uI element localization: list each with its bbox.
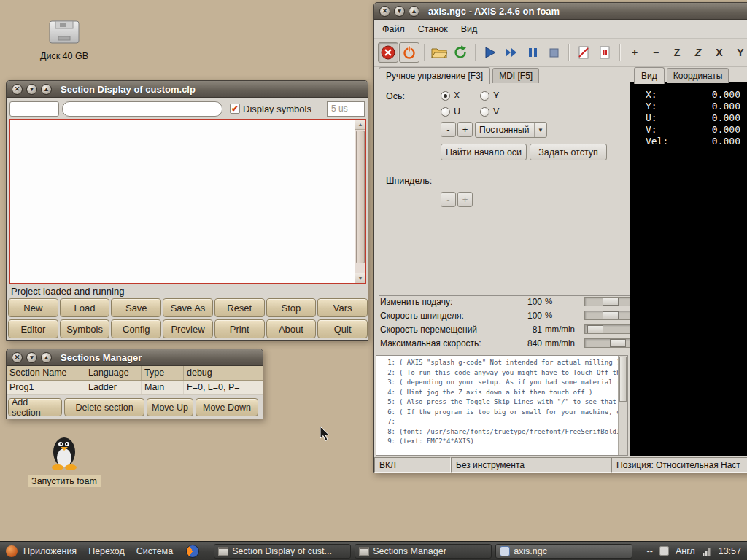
vars-button[interactable]: Vars [317, 298, 368, 317]
about-button[interactable]: About [266, 319, 317, 338]
gcode-line[interactable]: 8:(font: /usr/share/fonts/truetype/freef… [378, 427, 627, 438]
zoom-in-button[interactable]: + [624, 42, 645, 63]
network-icon[interactable] [702, 546, 712, 556]
stop-button[interactable]: Stop [266, 298, 317, 317]
feed-override-slider[interactable] [584, 297, 630, 306]
gcode-line[interactable]: 5:( Also press the Toggle Skip Lines wit… [378, 397, 627, 408]
save-as-button[interactable]: Save As [163, 298, 213, 317]
maximize-icon[interactable]: ▴ [409, 6, 419, 17]
watch-input[interactable] [9, 101, 59, 117]
move-up-button[interactable]: Move Up [147, 398, 193, 416]
gcode-listing[interactable]: 1:( AXIS "splash g-code" Not intended fo… [376, 355, 628, 456]
gcode-line[interactable]: 4:( Hint jog the Z axis down a bit then … [378, 388, 627, 398]
scroll-up-icon[interactable]: ▲ [355, 120, 365, 130]
column-header[interactable]: Type [142, 366, 184, 380]
system-menu[interactable]: Система [131, 546, 179, 556]
taskbar-item-section-display[interactable]: Section Display of cust... [214, 544, 351, 559]
clock[interactable]: 13:57 [719, 546, 741, 556]
axis-u-radio[interactable] [441, 107, 450, 117]
max-velocity-slider[interactable] [584, 338, 630, 348]
gcode-line[interactable]: 7: [378, 417, 627, 427]
move-down-button[interactable]: Move Down [196, 398, 258, 416]
home-axis-button[interactable]: Найти начало оси [441, 144, 527, 160]
maximize-icon[interactable]: ▴ [41, 84, 52, 95]
spindle-minus-button[interactable]: - [441, 192, 456, 207]
preview-canvas[interactable]: X:0.000 Y:0.000 U:0.000 V:0.000 Vel:0.00… [630, 82, 747, 456]
tray-icon[interactable] [659, 546, 669, 556]
slider-thumb[interactable] [610, 339, 626, 347]
slider-thumb[interactable] [603, 311, 619, 319]
view-x-button[interactable]: X [709, 42, 729, 63]
touch-off-button[interactable]: Задать отступ [530, 144, 607, 160]
firefox-icon[interactable] [186, 545, 199, 558]
tab-preview[interactable]: Вид [634, 67, 665, 84]
column-header[interactable]: Language [85, 366, 142, 380]
zoom-out-button[interactable]: − [646, 42, 666, 63]
close-icon[interactable]: ✕ [379, 6, 390, 17]
gcode-line[interactable]: 1:( AXIS "splash g-code" Not intended fo… [378, 358, 627, 368]
jog-plus-button[interactable]: + [457, 122, 473, 137]
desktop-icon-launcher[interactable]: Запустить foam [23, 433, 105, 487]
machine-power-button[interactable] [399, 42, 419, 63]
section-display-titlebar[interactable]: ✕ ▾ ▴ Section Display of custom.clp [7, 81, 368, 98]
optional-stop-button[interactable] [595, 42, 615, 63]
open-file-button[interactable] [429, 42, 449, 63]
reset-button[interactable]: Reset [214, 298, 265, 317]
axis-titlebar[interactable]: ✕ ▾ ▴ axis.ngc - AXIS 2.4.6 on foam [374, 3, 747, 20]
config-button[interactable]: Config [111, 319, 161, 338]
jog-mode-select[interactable]: Постоянный ▼ [475, 122, 547, 138]
gcode-line[interactable]: 9:(text: EMC2*4*AXIS) [378, 437, 627, 447]
print-button[interactable]: Print [214, 319, 265, 338]
maximize-icon[interactable]: ▴ [41, 352, 52, 363]
vertical-scrollbar[interactable]: ▲ ▼ [355, 120, 365, 283]
scrollbar-thumb[interactable] [619, 357, 627, 402]
desktop-icon-disk[interactable]: Диск 40 GB [29, 18, 99, 61]
taskbar-item-sections-manager[interactable]: Sections Manager [355, 544, 492, 559]
view-z-button[interactable]: Z [667, 42, 687, 63]
load-button[interactable]: Load [60, 298, 110, 317]
keyboard-layout-indicator[interactable]: Англ [676, 546, 695, 556]
view-menu[interactable]: Вид [454, 22, 484, 36]
section-display-area[interactable]: ▲ ▼ [9, 119, 366, 284]
save-button[interactable]: Save [111, 298, 161, 317]
close-icon[interactable]: ✕ [12, 84, 23, 95]
step-button[interactable] [501, 42, 522, 63]
gcode-line[interactable]: 3:( depending on your setup. As if you h… [378, 378, 627, 388]
file-menu[interactable]: Файл [376, 22, 411, 36]
view-z2-button[interactable]: Z [688, 42, 708, 63]
spindle-override-slider[interactable] [584, 311, 630, 320]
axis-x-radio[interactable] [441, 91, 450, 101]
scroll-down-icon[interactable]: ▼ [355, 273, 365, 283]
close-icon[interactable]: ✕ [12, 352, 23, 363]
new-button[interactable]: New [8, 298, 58, 317]
sections-manager-titlebar[interactable]: ✕ ▾ ▴ Sections Manager [7, 349, 263, 366]
display-symbols-checkbox[interactable]: ✔ [230, 104, 240, 114]
tab-dro[interactable]: Координаты [667, 68, 729, 83]
column-header[interactable]: debug [184, 366, 263, 380]
gcode-line[interactable]: 6:( If the program is too big or small f… [378, 408, 627, 418]
jog-minus-button[interactable]: - [441, 122, 456, 137]
slider-thumb[interactable] [603, 298, 619, 306]
column-header[interactable]: Section Name [7, 366, 85, 380]
gcode-scrollbar[interactable] [618, 356, 627, 455]
editor-button[interactable]: Editor [8, 319, 58, 338]
symbols-button[interactable]: Symbols [60, 319, 110, 338]
minimize-icon[interactable]: ▾ [394, 6, 405, 17]
taskbar-item-axis[interactable]: axis.ngc [495, 544, 632, 559]
quit-button[interactable]: Quit [317, 319, 368, 338]
machine-menu[interactable]: Станок [411, 22, 454, 36]
minimize-icon[interactable]: ▾ [26, 352, 37, 363]
reload-button[interactable] [450, 42, 471, 63]
table-row[interactable]: Prog1 Ladder Main F=0, L=0, P= [7, 381, 263, 395]
view-y-button[interactable]: Y [730, 42, 747, 63]
stop-button[interactable] [543, 42, 564, 63]
tab-mdi[interactable]: MDI [F5] [492, 68, 539, 83]
jog-speed-slider[interactable] [584, 324, 630, 334]
places-menu[interactable]: Переход [82, 546, 131, 556]
minimize-icon[interactable]: ▾ [26, 84, 37, 95]
axis-v-radio[interactable] [480, 107, 489, 117]
delete-section-button[interactable]: Delete section [64, 398, 144, 416]
pause-button[interactable] [522, 42, 543, 63]
axis-y-radio[interactable] [480, 91, 489, 101]
add-section-button[interactable]: Add section [8, 398, 62, 416]
